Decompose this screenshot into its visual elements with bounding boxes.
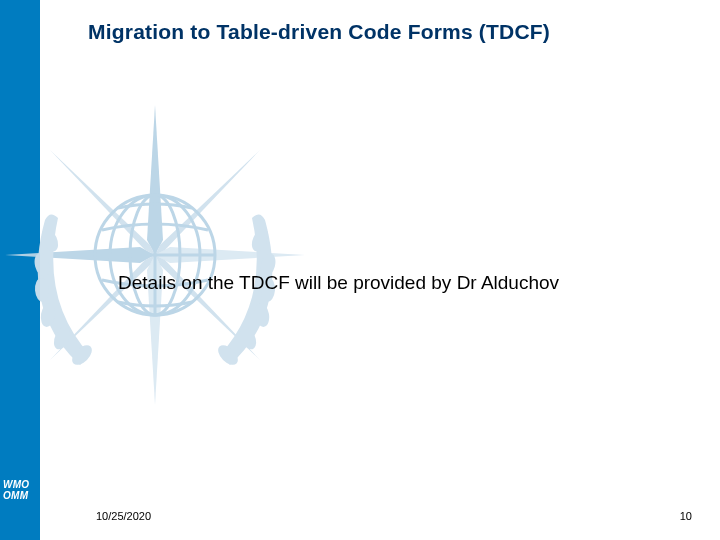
svg-point-16 [215, 342, 242, 369]
sidebar-accent [0, 0, 40, 540]
svg-point-2 [110, 195, 200, 315]
footer-date: 10/25/2020 [96, 510, 151, 522]
svg-point-11 [249, 226, 272, 254]
slide-body-text: Details on the TDCF will be provided by … [118, 272, 559, 294]
footer-page-number: 10 [680, 510, 692, 522]
svg-point-0 [95, 195, 215, 315]
svg-point-1 [130, 195, 180, 315]
wmo-logo-line2: OMM [3, 490, 28, 501]
slide-title: Migration to Table-driven Code Forms (TD… [88, 20, 550, 44]
svg-point-14 [253, 302, 271, 328]
svg-point-15 [237, 324, 260, 352]
wmo-logo: WMO OMM [0, 476, 40, 504]
wmo-logo-line1: WMO [3, 479, 29, 490]
svg-point-10 [69, 342, 96, 369]
svg-point-8 [39, 302, 57, 328]
svg-point-5 [39, 226, 62, 254]
svg-point-9 [51, 324, 74, 352]
wmo-emblem-watermark [0, 90, 320, 420]
slide: Migration to Table-driven Code Forms (TD… [0, 0, 720, 540]
